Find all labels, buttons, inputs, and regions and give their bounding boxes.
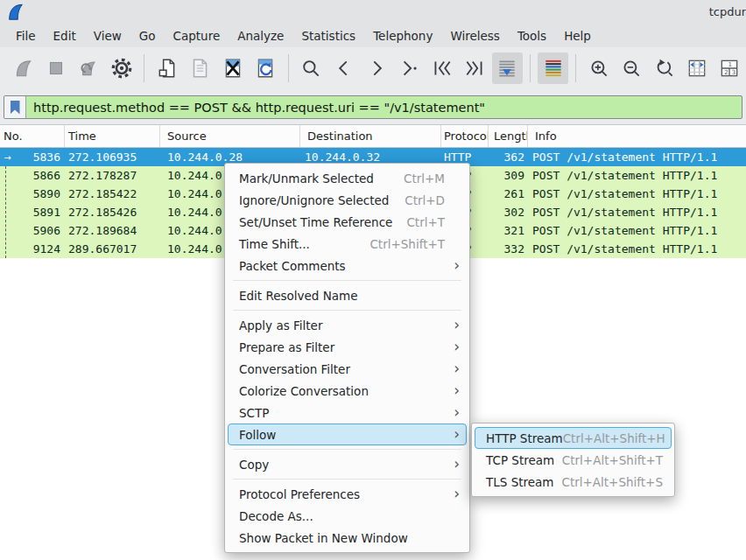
menu-edit[interactable]: Edit <box>45 26 85 46</box>
menu-go[interactable]: Go <box>130 26 165 46</box>
column-header-protocol[interactable]: Protocol <box>441 125 489 147</box>
menu-item-apply-as-filter[interactable]: Apply as Filter › <box>228 314 467 336</box>
packet-list-header: No. Time Source Destination Protocol Len… <box>0 124 746 148</box>
submenu-item-http-stream[interactable]: HTTP Stream Ctrl+Alt+Shift+H <box>475 427 672 449</box>
close-file-button[interactable] <box>217 52 248 84</box>
packet-context-menu: Mark/Unmark Selected Ctrl+M Ignore/Unign… <box>224 163 470 553</box>
shortcut: Ctrl+M <box>404 172 445 186</box>
save-file-icon <box>188 57 211 80</box>
display-filter-input[interactable]: http.request.method == POST && http.requ… <box>4 95 742 119</box>
last-packet-button[interactable] <box>459 52 489 84</box>
window-title: tcpdur <box>709 5 746 18</box>
submenu-item-tcp-stream[interactable]: TCP Stream Ctrl+Alt+Shift+T <box>475 449 672 471</box>
menu-separator <box>233 449 461 450</box>
menu-item-time-reference[interactable]: Set/Unset Time Reference Ctrl+T <box>228 211 467 233</box>
menu-item-follow[interactable]: Follow › <box>228 424 467 445</box>
menu-item-edit-resolved-name[interactable]: Edit Resolved Name <box>228 284 467 306</box>
stop-square-icon <box>45 57 67 80</box>
go-back-button[interactable] <box>328 52 359 84</box>
bookmark-icon <box>11 101 20 115</box>
save-file-button[interactable] <box>185 52 215 84</box>
column-header-time[interactable]: Time <box>65 125 160 147</box>
menu-item-colorize-conversation[interactable]: Colorize Conversation › <box>228 380 467 402</box>
open-file-button[interactable] <box>151 52 182 84</box>
shortcut: Ctrl+T <box>406 215 445 229</box>
menu-item-copy[interactable]: Copy › <box>228 453 467 475</box>
open-file-icon <box>156 57 179 80</box>
colorize-packets-button[interactable] <box>538 52 568 84</box>
reload-file-button[interactable] <box>250 52 280 84</box>
main-toolbar: 1 2 3 <box>0 47 746 89</box>
menu-item-time-shift[interactable]: Time Shift... Ctrl+Shift+T <box>228 233 467 255</box>
menu-wireless[interactable]: Wireless <box>441 26 509 46</box>
close-file-icon <box>222 57 244 80</box>
column-header-source[interactable]: Source <box>160 125 300 147</box>
column-header-length[interactable]: Lengtl <box>489 125 528 147</box>
menu-item-prepare-as-filter[interactable]: Prepare as Filter › <box>228 336 467 358</box>
menu-item-decode-as[interactable]: Decode As... <box>228 505 467 527</box>
restart-capture-button[interactable] <box>74 52 104 84</box>
svg-text:3: 3 <box>732 68 735 76</box>
zoom-in-icon <box>588 57 610 80</box>
find-packet-button[interactable] <box>296 52 327 84</box>
toolbar-separator <box>530 54 531 82</box>
menu-item-ignore-unignore[interactable]: Ignore/Unignore Selected Ctrl+D <box>228 189 467 211</box>
layout-button[interactable]: 1 2 3 <box>714 52 745 84</box>
first-packet-icon <box>431 57 454 80</box>
menu-item-sctp[interactable]: SCTP › <box>228 402 467 424</box>
layout-icon: 1 2 3 <box>718 57 741 80</box>
chevron-right-icon: › <box>454 405 462 420</box>
menu-item-show-packet-new-window[interactable]: Show Packet in New Window <box>228 527 467 549</box>
column-header-no[interactable]: No. <box>0 125 65 147</box>
zoom-reset-button[interactable] <box>649 52 679 84</box>
go-to-packet-button[interactable] <box>394 52 425 84</box>
capture-options-button[interactable] <box>106 52 137 84</box>
shark-fin-icon <box>12 57 35 80</box>
filter-bookmark-button[interactable] <box>4 96 26 118</box>
zoom-reset-icon <box>653 57 676 80</box>
column-header-destination[interactable]: Destination <box>300 125 441 147</box>
chevron-right-icon: › <box>454 457 462 472</box>
toolbar-separator <box>144 54 144 82</box>
conversation-dashed-line <box>5 166 6 258</box>
chevron-right-icon: › <box>454 361 462 376</box>
reload-file-icon <box>254 57 277 80</box>
chevron-right-icon: › <box>454 486 462 501</box>
menu-item-mark-unmark[interactable]: Mark/Unmark Selected Ctrl+M <box>228 167 467 189</box>
zoom-out-button[interactable] <box>616 52 647 84</box>
shark-fin-restart-icon <box>77 57 100 80</box>
display-filter-text[interactable]: http.request.method == POST && http.requ… <box>26 101 485 115</box>
first-packet-button[interactable] <box>426 52 457 84</box>
go-forward-button[interactable] <box>361 52 391 84</box>
zoom-in-button[interactable] <box>583 52 614 84</box>
menu-tools[interactable]: Tools <box>509 26 555 46</box>
menu-item-packet-comments[interactable]: Packet Comments › <box>228 255 467 276</box>
menu-separator <box>233 280 461 281</box>
chevron-right-icon: › <box>454 318 462 332</box>
stop-capture-button[interactable] <box>40 52 71 84</box>
resize-columns-button[interactable] <box>681 52 712 84</box>
menu-telephony[interactable]: Telephony <box>364 26 441 46</box>
shortcut: Ctrl+Shift+T <box>369 237 445 251</box>
auto-scroll-button[interactable] <box>492 52 523 84</box>
menu-capture[interactable]: Capture <box>165 26 229 46</box>
chevron-right-icon <box>365 57 388 80</box>
menu-analyze[interactable]: Analyze <box>229 26 292 46</box>
shortcut: Ctrl+Alt+Shift+S <box>562 475 664 489</box>
submenu-item-tls-stream[interactable]: TLS Stream Ctrl+Alt+Shift+S <box>475 471 672 493</box>
menu-statistics[interactable]: Statistics <box>292 26 364 46</box>
start-capture-button[interactable] <box>8 52 39 84</box>
menu-item-conversation-filter[interactable]: Conversation Filter › <box>228 358 467 380</box>
column-header-info[interactable]: Info <box>528 125 746 147</box>
last-packet-icon <box>463 57 486 80</box>
menu-item-protocol-preferences[interactable]: Protocol Preferences › <box>228 483 467 505</box>
menu-view[interactable]: View <box>85 26 130 46</box>
wireshark-logo-icon <box>6 3 25 22</box>
toolbar-separator <box>288 54 289 82</box>
shortcut: Ctrl+Alt+Shift+T <box>562 453 663 467</box>
menu-file[interactable]: File <box>7 26 45 46</box>
shortcut: Ctrl+D <box>405 193 445 207</box>
menu-help[interactable]: Help <box>555 26 600 46</box>
svg-text:2: 2 <box>725 68 728 76</box>
chevron-right-icon: › <box>454 340 462 354</box>
